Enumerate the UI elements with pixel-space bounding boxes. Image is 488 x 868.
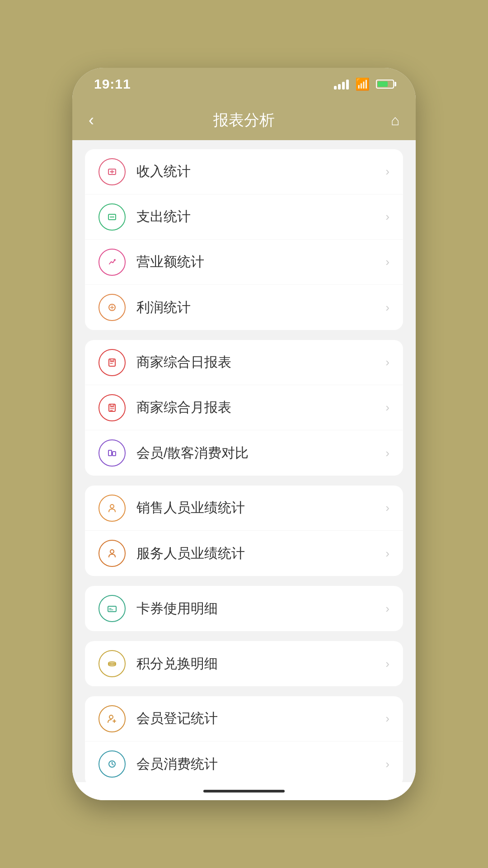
service-staff-arrow: › [385, 547, 389, 561]
menu-item-member-register[interactable]: 会员登记统计 › [85, 696, 403, 741]
phone-frame: 19:11 📶 ‹ 报表分析 ⌂ [72, 68, 416, 800]
service-staff-icon [99, 540, 126, 567]
content-area: 收入统计 › 支出统计 › [72, 140, 416, 782]
daily-report-icon [99, 349, 126, 376]
sales-staff-icon [99, 495, 126, 522]
card-detail-icon [99, 595, 126, 622]
profit-arrow: › [385, 301, 389, 315]
card-group-4: 卡券使用明细 › [85, 586, 403, 631]
svg-point-15 [109, 715, 113, 719]
points-detail-icon [99, 650, 126, 677]
svg-rect-9 [113, 452, 116, 456]
menu-item-revenue[interactable]: 营业额统计 › [85, 240, 403, 285]
profit-icon [99, 294, 126, 321]
card-detail-arrow: › [385, 602, 389, 616]
back-button[interactable]: ‹ [89, 112, 94, 128]
home-indicator [72, 782, 416, 800]
menu-item-points-detail[interactable]: 积分兑换明细 › [85, 641, 403, 686]
menu-item-expense[interactable]: 支出统计 › [85, 194, 403, 240]
member-register-label: 会员登记统计 [136, 709, 385, 728]
menu-item-sales-staff[interactable]: 销售人员业绩统计 › [85, 486, 403, 531]
member-consume-icon [99, 750, 126, 778]
daily-report-arrow: › [385, 355, 389, 369]
expense-arrow: › [385, 210, 389, 224]
home-bar [203, 790, 285, 793]
home-button[interactable]: ⌂ [391, 112, 399, 129]
menu-item-monthly-report[interactable]: 商家综合月报表 › [85, 385, 403, 430]
svg-rect-7 [110, 404, 114, 406]
svg-rect-12 [108, 606, 116, 612]
menu-item-card-detail[interactable]: 卡券使用明细 › [85, 586, 403, 631]
svg-point-2 [114, 259, 116, 261]
monthly-report-icon [99, 394, 126, 421]
card-group-3: 销售人员业绩统计 › 服务人员业绩统计 › [85, 486, 403, 576]
member-compare-icon [99, 439, 126, 467]
revenue-icon [99, 249, 126, 276]
revenue-arrow: › [385, 255, 389, 269]
card-detail-label: 卡券使用明细 [136, 599, 385, 618]
svg-point-11 [110, 550, 114, 553]
points-detail-label: 积分兑换明细 [136, 655, 385, 673]
expense-icon [99, 203, 126, 231]
wifi-icon: 📶 [355, 77, 370, 91]
monthly-report-label: 商家综合月报表 [136, 398, 385, 417]
signal-icon [334, 79, 349, 90]
daily-report-label: 商家综合日报表 [136, 353, 385, 372]
points-detail-arrow: › [385, 657, 389, 671]
card-group-6: 会员登记统计 › 会员消费统计 › [85, 696, 403, 782]
menu-item-member-consume[interactable]: 会员消费统计 › [85, 741, 403, 782]
income-arrow: › [385, 165, 389, 179]
svg-rect-4 [109, 359, 115, 366]
member-register-arrow: › [385, 712, 389, 726]
page-title: 报表分析 [213, 110, 275, 131]
monthly-report-arrow: › [385, 401, 389, 415]
svg-point-10 [110, 505, 114, 508]
member-consume-label: 会员消费统计 [136, 755, 385, 774]
status-bar: 19:11 📶 [72, 68, 416, 100]
expense-label: 支出统计 [136, 208, 385, 226]
svg-rect-5 [110, 359, 114, 361]
card-group-5: 积分兑换明细 › [85, 641, 403, 686]
revenue-label: 营业额统计 [136, 253, 385, 271]
svg-rect-8 [108, 450, 112, 456]
menu-item-income[interactable]: 收入统计 › [85, 149, 403, 194]
member-consume-arrow: › [385, 757, 389, 771]
menu-item-daily-report[interactable]: 商家综合日报表 › [85, 340, 403, 385]
sales-staff-arrow: › [385, 501, 389, 515]
income-label: 收入统计 [136, 162, 385, 181]
profit-label: 利润统计 [136, 298, 385, 317]
menu-item-profit[interactable]: 利润统计 › [85, 285, 403, 330]
status-icons: 📶 [334, 77, 394, 91]
battery-icon [376, 80, 394, 89]
member-compare-arrow: › [385, 446, 389, 460]
member-register-icon [99, 705, 126, 732]
menu-item-member-compare[interactable]: 会员/散客消费对比 › [85, 430, 403, 476]
card-group-1: 收入统计 › 支出统计 › [85, 149, 403, 330]
card-group-2: 商家综合日报表 › 商家综合月报表 › [85, 340, 403, 476]
status-time: 19:11 [94, 76, 131, 92]
income-icon [99, 158, 126, 185]
member-compare-label: 会员/散客消费对比 [136, 444, 385, 462]
menu-item-service-staff[interactable]: 服务人员业绩统计 › [85, 531, 403, 576]
header: ‹ 报表分析 ⌂ [72, 100, 416, 140]
sales-staff-label: 销售人员业绩统计 [136, 499, 385, 517]
service-staff-label: 服务人员业绩统计 [136, 544, 385, 563]
